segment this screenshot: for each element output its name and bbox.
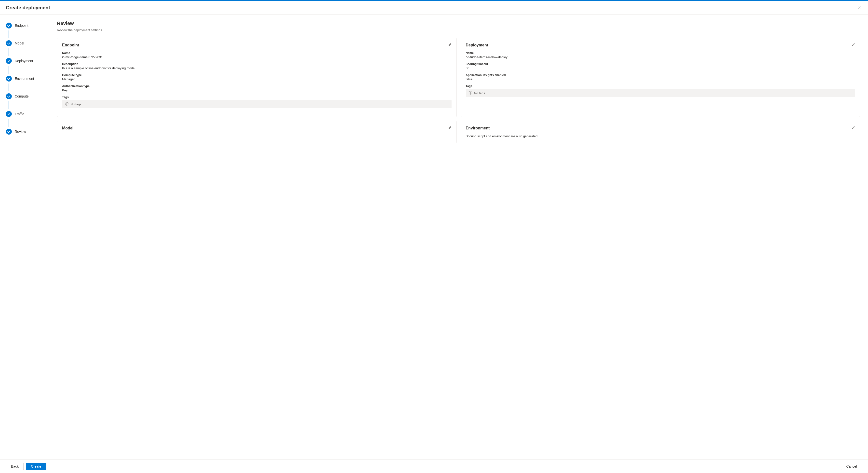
step-label-review: Review xyxy=(15,130,26,134)
dialog-title: Create deployment xyxy=(6,5,50,10)
step-label-environment: Environment xyxy=(15,77,34,81)
step-connector-4 xyxy=(8,101,9,109)
step-connector-2 xyxy=(8,66,9,74)
step-icon-model xyxy=(6,40,12,46)
deployment-tags-label: Tags xyxy=(466,85,855,88)
endpoint-auth-label: Authentication type xyxy=(62,85,452,88)
deployment-card-title: Deployment xyxy=(466,43,855,48)
info-icon-endpoint: ⓘ xyxy=(65,102,68,106)
step-connector-0 xyxy=(8,30,9,38)
endpoint-compute-label: Compute type xyxy=(62,73,452,77)
review-heading: Review xyxy=(57,21,860,26)
endpoint-description-field: Description this is a sample online endp… xyxy=(62,62,452,70)
close-button[interactable] xyxy=(856,5,862,10)
endpoint-edit-button[interactable] xyxy=(447,42,453,48)
deployment-tags-field: Tags ⓘ No tags xyxy=(466,85,855,97)
step-traffic[interactable]: Traffic xyxy=(0,109,49,127)
endpoint-no-tags: No tags xyxy=(70,102,82,106)
dialog-body: Endpoint Model xyxy=(0,15,868,460)
environment-card-title: Environment xyxy=(466,126,855,130)
endpoint-name-value: ic-mc-fridge-items-07272031 xyxy=(62,55,452,59)
create-deployment-dialog: Create deployment Endpoint xyxy=(0,0,868,473)
endpoint-compute-field: Compute type Managed xyxy=(62,73,452,81)
footer-left-actions: Back Create xyxy=(6,463,46,470)
step-deployment[interactable]: Deployment xyxy=(0,56,49,74)
deployment-tags-box: ⓘ No tags xyxy=(466,89,855,97)
step-icon-endpoint xyxy=(6,23,12,29)
step-connector-3 xyxy=(8,84,9,91)
deployment-timeout-label: Scoring timeout xyxy=(466,62,855,66)
environment-edit-button[interactable] xyxy=(850,125,856,131)
deployment-insights-field: Application Insights enabled false xyxy=(466,73,855,81)
cards-grid: Endpoint Name ic-mc-fridge-items-0727203… xyxy=(57,38,860,143)
step-label-endpoint: Endpoint xyxy=(15,24,28,28)
dialog-header: Create deployment xyxy=(0,1,868,15)
endpoint-tags-label: Tags xyxy=(62,95,452,99)
environment-description: Scoring script and environment are auto … xyxy=(466,134,855,138)
deployment-name-value: od-fridge-items-mlflow-deploy xyxy=(466,55,855,59)
step-icon-deployment xyxy=(6,58,12,64)
deployment-no-tags: No tags xyxy=(474,91,485,95)
endpoint-auth-field: Authentication type Key xyxy=(62,85,452,92)
cancel-button[interactable]: Cancel xyxy=(841,463,862,470)
endpoint-compute-value: Managed xyxy=(62,77,452,81)
step-label-compute: Compute xyxy=(15,94,29,98)
endpoint-description-value: this is a sample online endpoint for dep… xyxy=(62,66,452,70)
environment-card: Environment Scoring script and environme… xyxy=(461,121,860,143)
create-button[interactable]: Create xyxy=(26,463,46,470)
deployment-edit-button[interactable] xyxy=(850,42,856,48)
endpoint-description-label: Description xyxy=(62,62,452,66)
dialog-footer: Back Create Cancel xyxy=(0,460,868,473)
step-environment[interactable]: Environment xyxy=(0,74,49,91)
endpoint-auth-value: Key xyxy=(62,88,452,92)
step-icon-compute xyxy=(6,93,12,99)
endpoint-card-title: Endpoint xyxy=(62,43,452,48)
review-subtitle: Review the deployment settings xyxy=(57,28,860,32)
deployment-name-field: Name od-fridge-items-mlflow-deploy xyxy=(466,51,855,59)
model-card: Model xyxy=(57,121,457,143)
model-card-title: Model xyxy=(62,126,452,130)
sidebar: Endpoint Model xyxy=(0,15,49,460)
step-review[interactable]: Review xyxy=(0,127,49,137)
endpoint-name-field: Name ic-mc-fridge-items-07272031 xyxy=(62,51,452,59)
step-compute[interactable]: Compute xyxy=(0,91,49,109)
deployment-insights-value: false xyxy=(466,77,855,81)
deployment-name-label: Name xyxy=(466,51,855,55)
deployment-insights-label: Application Insights enabled xyxy=(466,73,855,77)
step-icon-review xyxy=(6,129,12,135)
endpoint-card: Endpoint Name ic-mc-fridge-items-0727203… xyxy=(57,38,457,117)
step-label-deployment: Deployment xyxy=(15,59,33,63)
back-button[interactable]: Back xyxy=(6,463,24,470)
deployment-timeout-field: Scoring timeout 60 xyxy=(466,62,855,70)
step-label-traffic: Traffic xyxy=(15,112,24,116)
step-endpoint[interactable]: Endpoint xyxy=(0,21,49,38)
step-label-model: Model xyxy=(15,41,24,45)
model-edit-button[interactable] xyxy=(447,125,453,131)
info-icon-deployment: ⓘ xyxy=(469,91,472,95)
endpoint-tags-box: ⓘ No tags xyxy=(62,100,452,108)
step-connector-1 xyxy=(8,48,9,56)
main-content: Review Review the deployment settings En… xyxy=(49,15,868,460)
endpoint-name-label: Name xyxy=(62,51,452,55)
step-icon-traffic xyxy=(6,111,12,117)
step-connector-5 xyxy=(8,119,9,127)
step-icon-environment xyxy=(6,76,12,82)
deployment-card: Deployment Name od-fridge-items-mlflow-d… xyxy=(461,38,860,117)
step-model[interactable]: Model xyxy=(0,38,49,56)
deployment-timeout-value: 60 xyxy=(466,66,855,70)
endpoint-tags-field: Tags ⓘ No tags xyxy=(62,95,452,108)
